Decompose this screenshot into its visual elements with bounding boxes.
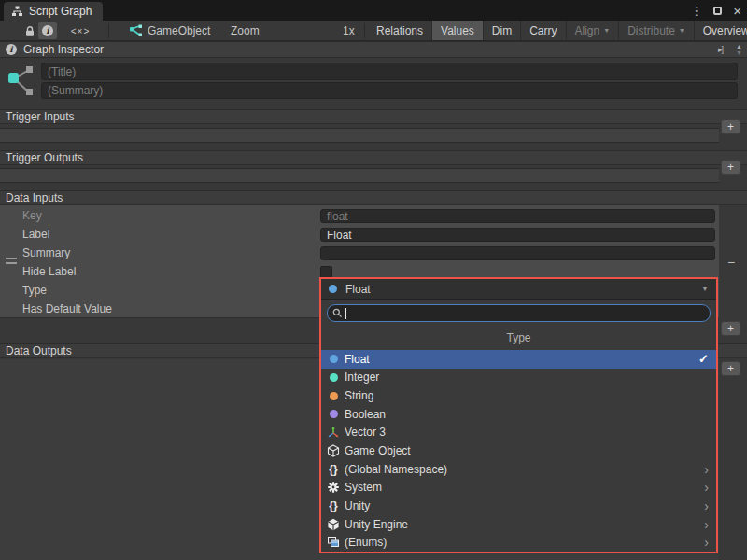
graph-title-input[interactable]: [41, 63, 738, 80]
type-option-vector3[interactable]: Vector 3: [321, 424, 716, 442]
remove-data-input-button[interactable]: −: [723, 255, 740, 270]
connections-button[interactable]: <×>: [67, 22, 93, 39]
type-option-float[interactable]: Float ✓: [321, 350, 716, 369]
overview-button[interactable]: Overview: [695, 21, 747, 40]
plus-icon: +: [727, 161, 734, 173]
dock-icon[interactable]: ▸]: [718, 45, 723, 54]
cube-icon: [325, 444, 342, 457]
section-trigger-inputs[interactable]: Trigger Inputs: [0, 109, 747, 124]
plus-icon: +: [727, 323, 734, 334]
gameobject-graph-icon: [129, 24, 143, 37]
maximize-icon[interactable]: [713, 7, 722, 15]
type-option-unity[interactable]: {} Unity ›: [321, 497, 716, 515]
label-input[interactable]: [320, 228, 715, 242]
namespace-braces-icon: {}: [329, 499, 337, 512]
search-icon: [332, 308, 343, 318]
type-option-game-object[interactable]: Game Object: [321, 441, 716, 460]
plus-icon: +: [727, 121, 734, 133]
trigger-outputs-empty-list: [0, 168, 719, 183]
key-input[interactable]: [320, 209, 715, 223]
values-button[interactable]: Values: [432, 21, 484, 40]
scroll-up-icon[interactable]: ▲: [736, 43, 742, 49]
vector3-axes-icon: [325, 426, 342, 439]
dim-button[interactable]: Dim: [484, 21, 521, 40]
window-menu-icon[interactable]: ⋮: [690, 4, 702, 18]
lock-button[interactable]: [21, 22, 38, 39]
chevron-right-icon: ›: [704, 481, 709, 494]
type-option-system[interactable]: System ›: [321, 478, 716, 497]
type-dropdown-popup: Float ▼ Type Float ✓ Integer String Bool…: [319, 277, 718, 553]
tab-script-graph[interactable]: Script Graph: [4, 2, 103, 21]
enums-icon: [325, 536, 342, 549]
type-options-list: Float ✓ Integer String Boolean Vector 3: [321, 350, 716, 552]
info-icon: i: [6, 44, 17, 55]
unity-logo-icon: [325, 518, 342, 531]
boolean-type-icon: [330, 410, 338, 418]
close-icon[interactable]: ×: [733, 4, 741, 18]
chevron-down-icon: ▼: [603, 27, 610, 34]
type-column-header: Type: [321, 331, 716, 344]
chevron-right-icon: ›: [704, 536, 709, 549]
type-option-boolean[interactable]: Boolean: [321, 405, 716, 424]
chevron-right-icon: ›: [704, 463, 709, 476]
type-option-string[interactable]: String: [321, 386, 716, 405]
plus-icon: +: [727, 363, 734, 374]
integer-type-icon: [330, 373, 338, 382]
distribute-button[interactable]: Distribute ▼: [619, 21, 695, 40]
zoom-label: Zoom: [231, 24, 260, 37]
section-trigger-outputs[interactable]: Trigger Outputs: [0, 150, 747, 165]
add-trigger-input-button[interactable]: +: [721, 119, 740, 134]
align-button[interactable]: Align ▼: [567, 21, 620, 40]
hide-label-label: Hide Label: [22, 262, 76, 281]
graph-node-icon: [7, 62, 35, 101]
graph-inspector-title: Graph Inspector: [23, 43, 104, 56]
chevron-right-icon: ›: [704, 518, 709, 531]
type-option-unity-engine[interactable]: Unity Engine ›: [321, 515, 716, 534]
drag-handle-icon[interactable]: [6, 258, 17, 267]
add-trigger-output-button[interactable]: +: [721, 160, 740, 175]
namespace-braces-icon: {}: [329, 463, 337, 476]
type-label: Type: [22, 281, 47, 300]
graph-summary-input[interactable]: [41, 82, 738, 99]
label-label: Label: [22, 225, 49, 244]
graph-inspector-header: i Graph Inspector ▸] ▲ ▼: [0, 41, 747, 58]
info-button[interactable]: i: [38, 22, 57, 39]
chevron-down-icon: ▼: [679, 27, 685, 34]
graph-hierarchy-icon: [11, 6, 23, 18]
carry-button[interactable]: Carry: [521, 21, 566, 40]
type-option-global-namespace[interactable]: {} (Global Namespace) ›: [321, 460, 716, 479]
scrollbar-arrows[interactable]: ▲ ▼: [736, 43, 742, 56]
zoom-value: 1x: [343, 24, 355, 37]
summary-label: Summary: [22, 244, 70, 262]
float-type-icon: [330, 355, 338, 363]
minus-icon: −: [727, 255, 735, 270]
lock-icon: [24, 25, 35, 37]
gameobject-label[interactable]: GameObject: [148, 24, 210, 37]
float-type-icon: [329, 285, 337, 293]
section-data-inputs[interactable]: Data Inputs: [0, 190, 747, 205]
key-label: Key: [22, 206, 42, 225]
gear-icon: [325, 481, 342, 494]
type-option-enums[interactable]: (Enums) ›: [321, 533, 716, 552]
relations-button[interactable]: Relations: [368, 21, 432, 40]
angle-x-icon: <×>: [71, 26, 91, 36]
tab-title: Script Graph: [29, 5, 92, 18]
scroll-down-icon[interactable]: ▼: [736, 49, 742, 56]
chevron-down-icon: ▼: [701, 285, 709, 293]
trigger-inputs-empty-list: [0, 128, 719, 143]
info-icon: i: [42, 25, 53, 36]
chevron-right-icon: ›: [704, 499, 709, 512]
toolbar: i <×> GameObject Zoom 1x Relations Value…: [0, 21, 747, 41]
window-tab-bar: Script Graph ⋮ ×: [0, 0, 747, 21]
add-data-input-button[interactable]: +: [721, 321, 740, 336]
string-type-icon: [330, 392, 338, 400]
summary-input[interactable]: [320, 246, 715, 260]
add-data-output-button[interactable]: +: [721, 361, 740, 376]
type-dropdown-button[interactable]: Float ▼: [321, 279, 716, 300]
type-search-input[interactable]: [327, 304, 711, 322]
has-default-value-label: Has Default Value: [22, 300, 112, 318]
type-option-integer[interactable]: Integer: [321, 369, 716, 387]
check-icon: ✓: [698, 352, 709, 366]
text-cursor: [345, 308, 346, 319]
